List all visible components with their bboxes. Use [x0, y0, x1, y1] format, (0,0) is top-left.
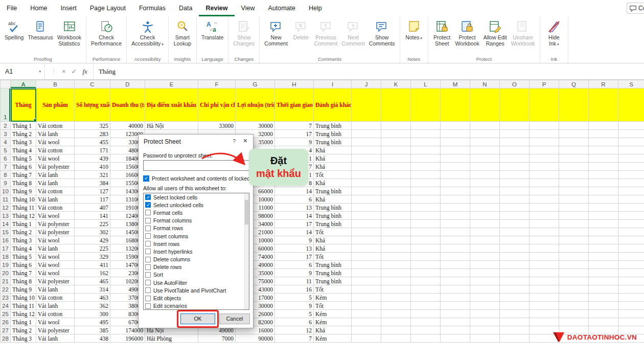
cell-S2[interactable] — [618, 122, 644, 130]
cell-K4[interactable] — [381, 138, 411, 146]
cell-P19[interactable] — [530, 261, 559, 269]
cell-L21[interactable] — [411, 277, 441, 285]
cell-I8[interactable]: Tốt — [314, 171, 352, 179]
checkbox-unchecked-icon[interactable] — [145, 303, 151, 309]
cell-D28[interactable]: 196000 — [110, 334, 145, 343]
cell-H22[interactable]: 16 — [275, 285, 314, 294]
cell-A19[interactable]: Tháng 6 — [11, 261, 36, 269]
cell-L11[interactable] — [411, 195, 441, 204]
cell-L20[interactable] — [411, 269, 441, 277]
cell-S7[interactable] — [618, 163, 644, 171]
spelling-button[interactable]: abcSpelling — [3, 18, 26, 40]
cell-S9[interactable] — [618, 179, 644, 187]
cell-H26[interactable]: 6 — [275, 318, 314, 326]
cell-C27[interactable]: 385 — [75, 326, 110, 334]
cell-K17[interactable] — [381, 244, 411, 253]
cell-C8[interactable]: 321 — [75, 171, 110, 179]
cell-N24[interactable] — [470, 302, 500, 310]
cell-S8[interactable] — [618, 171, 644, 179]
cell-K20[interactable] — [381, 269, 411, 277]
protect-workbook-button[interactable]: ProtectWorkbook — [453, 18, 481, 47]
cell-K3[interactable] — [381, 130, 411, 138]
cell-I21[interactable]: Trung bình — [314, 277, 352, 285]
cell-S15[interactable] — [618, 228, 644, 236]
cell-R9[interactable] — [589, 179, 618, 187]
cancel-entry-icon[interactable]: × — [62, 68, 66, 75]
cell-S22[interactable] — [618, 285, 644, 294]
cell-O3[interactable] — [500, 130, 530, 138]
cell-S20[interactable] — [618, 269, 644, 277]
cell-P11[interactable] — [530, 195, 559, 204]
cell-J8[interactable] — [352, 171, 381, 179]
cell-Q12[interactable] — [559, 204, 589, 212]
header-cell-B1[interactable]: Sản phẩm — [36, 88, 75, 122]
cell-P1[interactable] — [530, 88, 559, 122]
cell-A2[interactable]: Tháng 1 — [11, 122, 36, 130]
protect-contents-checkbox[interactable]: Protect worksheet and contents of locked… — [143, 175, 252, 182]
cell-O20[interactable] — [500, 269, 530, 277]
cell-Q16[interactable] — [559, 236, 589, 244]
cell-M6[interactable] — [441, 154, 470, 163]
cell-A25[interactable]: Tháng 12 — [11, 310, 36, 318]
cell-J27[interactable] — [352, 326, 381, 334]
cell-P8[interactable] — [530, 171, 559, 179]
checkbox-unchecked-icon[interactable] — [145, 233, 151, 239]
listbox-scrollbar[interactable] — [244, 193, 249, 309]
column-header-H[interactable]: H — [275, 80, 314, 88]
cell-B6[interactable]: Vải wool — [36, 154, 75, 163]
cell-M23[interactable] — [441, 294, 470, 302]
cell-Q6[interactable] — [559, 154, 589, 163]
cell-A28[interactable]: Tháng 3 — [11, 334, 36, 343]
cell-A24[interactable]: Tháng 11 — [11, 302, 36, 310]
cell-J3[interactable] — [352, 130, 381, 138]
cell-P10[interactable] — [530, 187, 559, 195]
cell-K2[interactable] — [381, 122, 411, 130]
cell-O14[interactable] — [500, 220, 530, 228]
cell-O11[interactable] — [500, 195, 530, 204]
column-header-K[interactable]: K — [381, 80, 411, 88]
cell-N15[interactable] — [470, 228, 500, 236]
column-header-P[interactable]: P — [530, 80, 559, 88]
cell-P5[interactable] — [530, 146, 559, 154]
thesaurus-button[interactable]: Thesaurus — [26, 18, 55, 40]
cell-R13[interactable] — [589, 212, 618, 220]
cell-I23[interactable]: Kém — [314, 294, 352, 302]
cell-I6[interactable]: Khá — [314, 154, 352, 163]
cell-C13[interactable]: 141 — [75, 212, 110, 220]
cell-A4[interactable]: Tháng 3 — [11, 138, 36, 146]
row-header-9[interactable]: 9 — [1, 179, 11, 187]
cell-R3[interactable] — [589, 130, 618, 138]
cell-H28[interactable]: 7 — [275, 334, 314, 343]
cell-L16[interactable] — [411, 236, 441, 244]
cell-Q15[interactable] — [559, 228, 589, 236]
cell-H23[interactable]: 5 — [275, 294, 314, 302]
cell-H2[interactable]: 7 — [275, 122, 314, 130]
cell-J16[interactable] — [352, 236, 381, 244]
cell-C20[interactable]: 162 — [75, 269, 110, 277]
cell-I17[interactable]: Khá — [314, 244, 352, 253]
cell-R23[interactable] — [589, 294, 618, 302]
row-header-17[interactable]: 17 — [1, 244, 11, 253]
row-header-27[interactable]: 27 — [1, 326, 11, 334]
cell-M17[interactable] — [441, 244, 470, 253]
cell-J4[interactable] — [352, 138, 381, 146]
cell-H16[interactable]: 9 — [275, 236, 314, 244]
cell-S17[interactable] — [618, 244, 644, 253]
header-cell-A1[interactable]: Tháng — [11, 88, 36, 122]
accept-entry-icon[interactable]: ✓ — [72, 68, 77, 75]
notes-button[interactable]: Notes▾ — [403, 18, 425, 40]
column-header-M[interactable]: M — [441, 80, 470, 88]
cell-C6[interactable]: 439 — [75, 154, 110, 163]
cell-N13[interactable] — [470, 212, 500, 220]
cell-K25[interactable] — [381, 310, 411, 318]
row-header-19[interactable]: 19 — [1, 261, 11, 269]
permission-option[interactable]: Delete columns — [144, 256, 249, 263]
menu-help[interactable]: Help — [302, 0, 329, 16]
cell-M9[interactable] — [441, 179, 470, 187]
cell-Q4[interactable] — [559, 138, 589, 146]
cell-K8[interactable] — [381, 171, 411, 179]
cell-L12[interactable] — [411, 204, 441, 212]
cell-Q11[interactable] — [559, 195, 589, 204]
cell-I25[interactable]: Kém — [314, 310, 352, 318]
cell-N9[interactable] — [470, 179, 500, 187]
